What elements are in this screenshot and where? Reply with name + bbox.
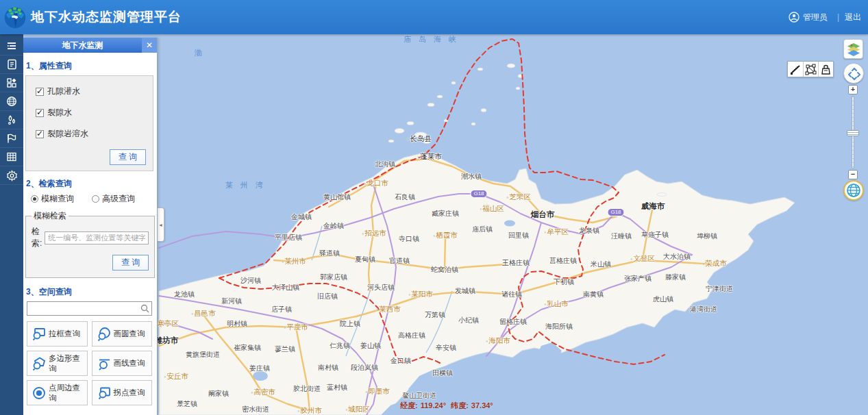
- checkbox-karst-water[interactable]: [36, 130, 44, 138]
- map-label: 下初镇: [554, 277, 574, 287]
- measure-area-button[interactable]: [803, 62, 818, 77]
- map-label: 黄山馆镇: [323, 192, 351, 202]
- map-label: 景芝镇: [177, 399, 197, 409]
- map-label: 潍坊市: [155, 336, 179, 346]
- map-label: 胶州市: [297, 406, 321, 415]
- map-label: 寒亭区: [154, 319, 178, 329]
- radio-advanced-query[interactable]: [92, 195, 99, 203]
- map-label: 莱州湾: [225, 180, 271, 190]
- circle-query-button[interactable]: 画圆查询: [92, 321, 153, 347]
- gear-icon: [6, 170, 18, 181]
- map-label: 胶北街道: [293, 384, 321, 394]
- sidebar-item-document[interactable]: [0, 55, 23, 74]
- user-menu[interactable]: 管理员: [789, 12, 828, 23]
- attribute-query-button[interactable]: 查 询: [110, 149, 146, 165]
- zoom-out-button[interactable]: −: [848, 170, 858, 179]
- water-drops-icon: [6, 114, 17, 125]
- radio-fuzzy-query[interactable]: [31, 195, 38, 203]
- globe-grid-icon: [6, 96, 17, 107]
- point-buffer-query-button[interactable]: 点周边查询: [27, 380, 88, 405]
- sidebar-item-globe[interactable]: [0, 92, 23, 111]
- spatial-search-input[interactable]: [27, 301, 152, 316]
- pan-down-icon: [852, 77, 856, 79]
- fuzzy-search-legend: 模糊检索: [32, 210, 69, 222]
- circle-query-label: 画圆查询: [114, 329, 145, 339]
- map-label: 姜山镇: [360, 341, 381, 351]
- checkbox-pore-water[interactable]: [36, 88, 44, 96]
- panel-header[interactable]: 地下水监测 ✕: [23, 38, 157, 53]
- sidebar-item-water[interactable]: [0, 111, 23, 129]
- box-query-button[interactable]: 拉框查询: [27, 321, 88, 347]
- map-label: 驿道镇: [319, 249, 340, 258]
- map-label: 院上镇: [340, 319, 360, 329]
- map-label: 金口镇: [390, 356, 411, 366]
- checkbox-label: 孔隙潜水: [47, 86, 80, 97]
- line-query-button[interactable]: 画线查询: [92, 351, 153, 376]
- map-label: 王格庄镇: [502, 258, 530, 268]
- map-label: 埠柳镇: [697, 231, 717, 241]
- vertex-query-label: 拐点查询: [114, 388, 145, 398]
- longitude-value: 119.24°: [421, 401, 446, 410]
- route-badge: G18: [607, 208, 624, 216]
- panel-close-button[interactable]: ✕: [142, 38, 157, 53]
- map-label: 龙口市: [364, 179, 388, 188]
- sidebar-item-menu[interactable]: [0, 37, 23, 55]
- retrieval-query-button[interactable]: 查 询: [112, 255, 149, 271]
- sidebar-item-table[interactable]: [0, 148, 23, 166]
- username: 管理员: [803, 12, 828, 23]
- sidebar-item-apps[interactable]: [0, 74, 23, 92]
- map-label: 福山区: [480, 204, 504, 214]
- clear-icon: [820, 64, 832, 75]
- map-label: 万第镇: [425, 310, 445, 320]
- map-label: 莱西市: [376, 305, 400, 314]
- vertex-query-button[interactable]: 拐点查询: [92, 380, 153, 405]
- panel-collapse-handle[interactable]: ◄: [158, 208, 164, 242]
- map-label: 莱州市: [282, 257, 306, 266]
- map-label: 石良镇: [395, 192, 415, 202]
- map-label: 发城镇: [455, 286, 475, 296]
- map-label: 虎山镇: [653, 294, 673, 304]
- map-label: 宁津街道: [706, 284, 733, 294]
- sidebar-item-settings[interactable]: [0, 166, 23, 185]
- map-label: 庙后镇: [472, 225, 493, 234]
- map-label: 官道镇: [389, 256, 410, 266]
- polygon-query-button[interactable]: 多边形查询: [27, 351, 88, 376]
- box-query-label: 拉框查询: [49, 329, 80, 339]
- map-label: 郭家店镇: [320, 273, 347, 282]
- map-label: 仁兆镇: [330, 341, 350, 351]
- clear-graphics-button[interactable]: [818, 62, 833, 77]
- map-label: 龙泉镇: [579, 226, 599, 236]
- map-label: 草庙子镇: [641, 230, 669, 240]
- layer-switcher-button[interactable]: [843, 39, 863, 59]
- app-header: 地下水动态监测管理平台 管理员 | 退出: [0, 0, 868, 34]
- map-label: 文登区: [630, 254, 654, 264]
- radio-advanced-label: 高级查询: [102, 193, 135, 205]
- map-label: 滕家镇: [665, 273, 686, 282]
- map-label: 黄旗堡街道: [186, 350, 220, 360]
- checkbox-fissure-water[interactable]: [36, 109, 44, 117]
- map-label: 牟平区: [544, 227, 568, 237]
- map-label: 潮水镇: [461, 172, 482, 181]
- sidebar-item-flag[interactable]: [0, 129, 23, 148]
- keyword-search-input[interactable]: [45, 231, 149, 244]
- map-label: 莒格庄镇: [549, 256, 577, 266]
- apps-grid-icon: [6, 77, 17, 88]
- checkbox-row-pore-water[interactable]: 孔隙潜水: [36, 86, 146, 97]
- zoom-slider-handle[interactable]: [847, 130, 859, 136]
- latitude-label: 纬度:: [451, 401, 469, 410]
- map-label: 渤: [195, 48, 210, 58]
- map-label: 乳山市: [544, 299, 568, 309]
- map-label: 高格庄镇: [398, 331, 425, 340]
- pan-right-icon: [858, 73, 860, 77]
- checkbox-row-fissure-water[interactable]: 裂隙水: [36, 107, 146, 118]
- radio-fuzzy-label: 模糊查询: [41, 193, 74, 205]
- measure-distance-button[interactable]: [788, 62, 803, 77]
- zoom-in-button[interactable]: +: [848, 85, 858, 95]
- map-label: 昌邑市: [191, 309, 215, 318]
- pan-control[interactable]: [843, 63, 864, 84]
- fuzzy-search-box: 模糊检索 检 索: 查 询: [25, 210, 155, 278]
- checkbox-row-karst-water[interactable]: 裂隙岩溶水: [36, 128, 146, 140]
- search-icon: [140, 304, 149, 313]
- full-extent-button[interactable]: [843, 180, 864, 201]
- logout-button[interactable]: 退出: [845, 12, 861, 23]
